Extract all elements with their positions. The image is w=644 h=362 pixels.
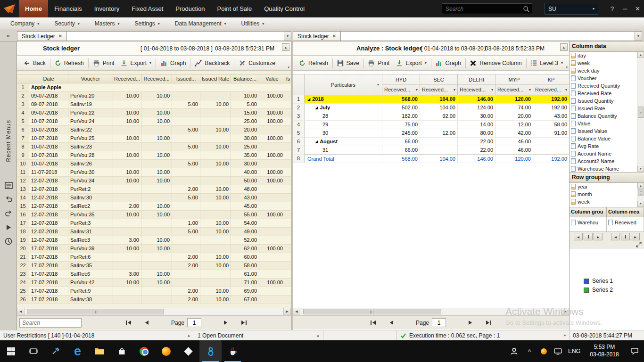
analyze-row-label[interactable]: Grand Total (305, 155, 382, 163)
expanded-node-icon[interactable]: ◢ (315, 104, 318, 112)
diamond-app-taskbar-icon[interactable] (177, 340, 199, 362)
menu-security[interactable]: Security▾ (47, 17, 87, 30)
chevron-down-icon[interactable]: ▾ (565, 88, 567, 92)
scrollbar-track[interactable] (300, 308, 561, 315)
measure-header[interactable]: Received...▾ (533, 85, 569, 94)
erp-app-taskbar-icon[interactable] (199, 340, 222, 362)
task-view-button[interactable] (22, 340, 44, 362)
status-open-documents[interactable]: 1 Open Document ▲ (194, 330, 323, 340)
field-value[interactable]: Value (570, 120, 637, 127)
minimize-button[interactable]: ─ (619, 0, 631, 17)
chevron-down-icon[interactable]: ▾ (377, 82, 379, 87)
first-page-button[interactable] (123, 319, 134, 327)
save-button[interactable]: Save (334, 57, 363, 69)
scroll-up-button[interactable]: ▲ (560, 43, 568, 51)
field-issued-rate[interactable]: Issued Rate (570, 105, 637, 112)
field-received-quantity[interactable]: Received Quantity (570, 82, 637, 90)
action-center-icon[interactable] (625, 340, 644, 362)
scrollbar-thumb[interactable] (303, 309, 442, 314)
column-header-is[interactable]: Is (285, 74, 291, 83)
scroll-down-button[interactable]: ▼ (637, 166, 644, 172)
window-list-icon[interactable] (5, 182, 13, 189)
ribbon-tab-home[interactable]: Home (19, 0, 48, 17)
refresh-button[interactable]: Refresh (296, 57, 331, 69)
analyze-row-label[interactable]: ◢July (305, 104, 382, 112)
column-group-warehou[interactable]: Warehou (570, 219, 606, 226)
level-button[interactable]: Level 3 ▾ (527, 57, 566, 69)
grid-search-input[interactable] (19, 318, 82, 328)
last-page-button[interactable] (238, 319, 249, 327)
field-warehouse-name[interactable]: Warehouse Name (570, 165, 637, 173)
file-explorer-taskbar-icon[interactable] (89, 340, 111, 362)
tab-close-icon[interactable]: ✕ (58, 33, 62, 39)
graph-button[interactable]: Graph (432, 57, 464, 69)
scroll-up-button[interactable]: ▲ (637, 183, 644, 189)
ribbon-tab-fixed-asset[interactable]: Fixed Asset (125, 0, 169, 17)
nav-middle-button[interactable] (621, 233, 630, 240)
status-user-restrictions[interactable]: User Restrictions [ 140 ]-01-04-2018 ▲ (0, 330, 194, 340)
menu-utilities[interactable]: Utilities▾ (234, 17, 272, 30)
tab-stock-ledger[interactable]: Stock Ledger ✕ (17, 31, 67, 41)
scrollbar-thumb[interactable] (638, 107, 644, 118)
recent-menus-sidebar[interactable]: Recent Menus (0, 41, 17, 330)
column-group-label[interactable]: SEC (420, 74, 457, 85)
chrome-taskbar-icon[interactable] (133, 340, 155, 362)
nav-middle-button[interactable] (584, 233, 593, 240)
scrollbar-track[interactable] (637, 58, 644, 166)
field-issued-quantity[interactable]: Issued Quantity (570, 97, 637, 105)
column-header-balance[interactable]: Balance... (231, 74, 259, 83)
analyze-row-label[interactable]: ◢2018 (305, 95, 382, 104)
remove-column-button[interactable]: Remove Column (466, 57, 525, 69)
expanded-node-icon[interactable]: ◢ (315, 138, 318, 146)
scroll-up-button[interactable]: ▲ (282, 43, 289, 51)
page-number-input[interactable] (187, 318, 201, 327)
collapse-chevrons-icon[interactable]: » (3, 30, 13, 41)
vertical-scrollbar[interactable]: ▲ ▼ (637, 52, 644, 172)
field-avg-rate[interactable]: Avg Rate (570, 142, 637, 150)
measure-header[interactable]: Received...▾ (458, 85, 495, 94)
field-balance-value[interactable]: Balance Value (570, 135, 637, 142)
toolbar-overflow-icon[interactable]: ▾ (566, 66, 568, 69)
nav-previous-button[interactable]: ◀ (611, 233, 620, 240)
start-button[interactable] (0, 340, 22, 362)
tab-close-icon[interactable]: ✕ (332, 33, 336, 39)
scroll-right-button[interactable]: ▶ (283, 308, 291, 315)
expand-icon[interactable] (636, 242, 642, 247)
edge-taskbar-icon[interactable]: e (66, 340, 89, 362)
scroll-right-button[interactable]: ▶ (561, 308, 569, 315)
global-search-box[interactable] (442, 3, 532, 14)
field-week-day[interactable]: week day (570, 67, 637, 74)
firefox-taskbar-icon[interactable] (155, 340, 177, 362)
scroll-left-button[interactable]: ◀ (17, 308, 25, 315)
scrollbar-track[interactable] (25, 308, 283, 315)
particulars-header[interactable]: Particulars▾ (305, 74, 382, 95)
history-clock-icon[interactable] (5, 238, 12, 245)
java-app-taskbar-icon[interactable] (222, 340, 244, 362)
backtrack-button[interactable]: Backtrack (191, 57, 233, 69)
build-tools-taskbar-icon[interactable] (44, 340, 66, 362)
show-hidden-icons-button[interactable]: ^ (522, 340, 537, 362)
column-group-label[interactable]: KP (533, 74, 569, 85)
search-icon[interactable] (523, 6, 529, 12)
column-measure-received[interactable]: Received (607, 219, 644, 226)
page-number-input[interactable] (432, 318, 446, 327)
toolbar-overflow-icon[interactable]: ▾ (288, 66, 289, 69)
vertical-scrollbar[interactable]: ▲ ▼ (637, 183, 644, 207)
menu-settings[interactable]: Settings▾ (127, 17, 167, 30)
redo-navigation-icon[interactable] (5, 210, 13, 217)
people-tray-icon[interactable] (505, 340, 522, 362)
column-group-label[interactable]: MYP (495, 74, 533, 85)
first-page-button[interactable] (368, 319, 379, 327)
chevron-down-icon[interactable]: ▾ (491, 88, 493, 92)
tab-combobox[interactable] (341, 31, 635, 41)
play-icon[interactable] (6, 224, 11, 230)
next-page-button[interactable] (220, 319, 231, 327)
chevron-down-icon[interactable]: ▾ (416, 88, 418, 92)
analyze-row-label[interactable]: ◢August (305, 138, 382, 146)
analyze-row-label[interactable]: 29 (305, 121, 382, 129)
tab-combobox[interactable] (67, 31, 284, 41)
tab-analyze-stock-ledger[interactable]: Stock ledger ✕ (293, 31, 341, 41)
field-week[interactable]: week (570, 59, 637, 67)
analyze-row-label[interactable]: 28 (305, 112, 382, 121)
language-indicator[interactable]: ENG (565, 340, 584, 362)
